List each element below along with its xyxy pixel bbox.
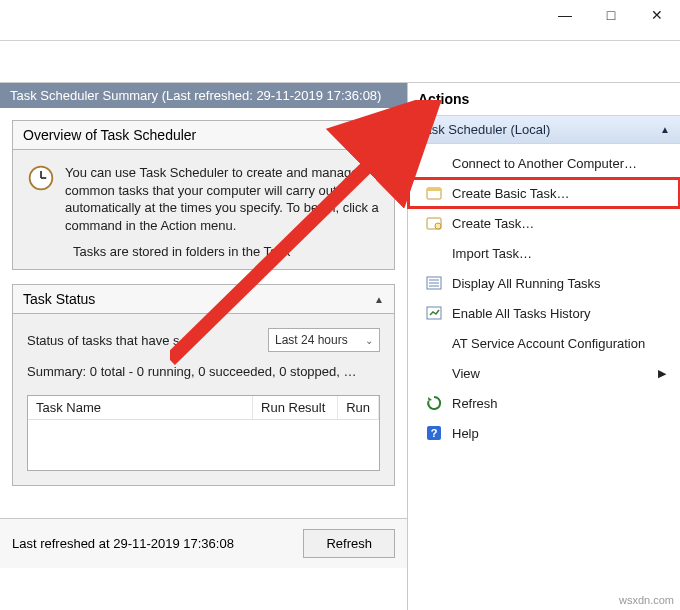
- overview-text: You can use Task Scheduler to create and…: [65, 164, 380, 234]
- action-label: AT Service Account Configuration: [452, 336, 645, 351]
- action-label: Display All Running Tasks: [452, 276, 601, 291]
- action-create-basic-task[interactable]: Create Basic Task…: [408, 178, 680, 208]
- blank-icon: [426, 155, 442, 171]
- action-create-task[interactable]: Create Task…: [408, 208, 680, 238]
- refresh-button[interactable]: Refresh: [303, 529, 395, 558]
- action-label: Create Basic Task…: [452, 186, 570, 201]
- task-status-panel: Task Status ▲ Status of tasks that have …: [12, 284, 395, 486]
- svg-rect-4: [427, 188, 441, 191]
- overview-panel: Overview of Task Scheduler ▲ You can use…: [12, 120, 395, 270]
- blank-icon: [426, 335, 442, 351]
- status-label: Status of tasks that have s…: [27, 333, 192, 348]
- overview-folders-note: Tasks are stored in folders in the Task: [13, 244, 394, 269]
- overview-title: Overview of Task Scheduler: [23, 127, 196, 143]
- action-label: Create Task…: [452, 216, 534, 231]
- svg-point-6: [435, 223, 441, 229]
- col-run[interactable]: Run: [338, 396, 379, 419]
- action-at-service-account-configuration[interactable]: AT Service Account Configuration: [408, 328, 680, 358]
- action-label: Enable All Tasks History: [452, 306, 591, 321]
- status-table[interactable]: Task Name Run Result Run: [27, 395, 380, 471]
- action-label: Help: [452, 426, 479, 441]
- action-refresh[interactable]: Refresh: [408, 388, 680, 418]
- action-display-all-running-tasks[interactable]: Display All Running Tasks: [408, 268, 680, 298]
- collapse-icon: ▲: [660, 124, 670, 135]
- action-label: Refresh: [452, 396, 498, 411]
- action-label: View: [452, 366, 480, 381]
- col-run-result[interactable]: Run Result: [253, 396, 338, 419]
- status-summary-line: Summary: 0 total - 0 running, 0 succeede…: [27, 364, 380, 379]
- bottom-bar: Last refreshed at 29-11-2019 17:36:08 Re…: [0, 518, 407, 568]
- chevron-down-icon: ⌄: [365, 335, 373, 346]
- submenu-arrow-icon: ▶: [658, 367, 666, 380]
- close-button[interactable]: ✕: [634, 0, 680, 30]
- action-enable-all-tasks-history[interactable]: Enable All Tasks History: [408, 298, 680, 328]
- refresh-icon: [426, 395, 442, 411]
- task-status-title: Task Status: [23, 291, 95, 307]
- summary-header: Task Scheduler Summary (Last refreshed: …: [0, 83, 407, 108]
- action-help[interactable]: ?Help: [408, 418, 680, 448]
- action-connect-to-another-computer[interactable]: Connect to Another Computer…: [408, 148, 680, 178]
- actions-header: Actions: [408, 83, 680, 115]
- svg-text:?: ?: [431, 427, 438, 439]
- last-refreshed-label: Last refreshed at 29-11-2019 17:36:08: [12, 536, 234, 551]
- actions-list: Connect to Another Computer…Create Basic…: [408, 144, 680, 452]
- collapse-icon: ▲: [374, 130, 384, 141]
- task-status-header[interactable]: Task Status ▲: [13, 285, 394, 314]
- dropdown-value: Last 24 hours: [275, 333, 348, 347]
- list-icon: [426, 275, 442, 291]
- blank-icon: [426, 245, 442, 261]
- history-icon: [426, 305, 442, 321]
- blank-icon: [426, 365, 442, 381]
- collapse-icon: ▲: [374, 294, 384, 305]
- action-label: Import Task…: [452, 246, 532, 261]
- overview-header[interactable]: Overview of Task Scheduler ▲: [13, 121, 394, 150]
- task-icon: [426, 215, 442, 231]
- action-label: Connect to Another Computer…: [452, 156, 637, 171]
- minimize-button[interactable]: —: [542, 0, 588, 30]
- maximize-button[interactable]: □: [588, 0, 634, 30]
- help-icon: ?: [426, 425, 442, 441]
- status-period-dropdown[interactable]: Last 24 hours ⌄: [268, 328, 380, 352]
- source-watermark: wsxdn.com: [619, 594, 674, 606]
- action-import-task[interactable]: Import Task…: [408, 238, 680, 268]
- toolbar-area: [0, 40, 680, 82]
- basic-icon: [426, 185, 442, 201]
- window-titlebar: — □ ✕: [0, 0, 680, 40]
- actions-scope[interactable]: Task Scheduler (Local) ▲: [408, 115, 680, 144]
- main-panel: Task Scheduler Summary (Last refreshed: …: [0, 83, 407, 610]
- action-view[interactable]: View▶: [408, 358, 680, 388]
- clock-icon: [27, 164, 55, 234]
- col-task-name[interactable]: Task Name: [28, 396, 253, 419]
- actions-pane: Actions Task Scheduler (Local) ▲ Connect…: [407, 83, 680, 610]
- actions-scope-label: Task Scheduler (Local): [418, 122, 550, 137]
